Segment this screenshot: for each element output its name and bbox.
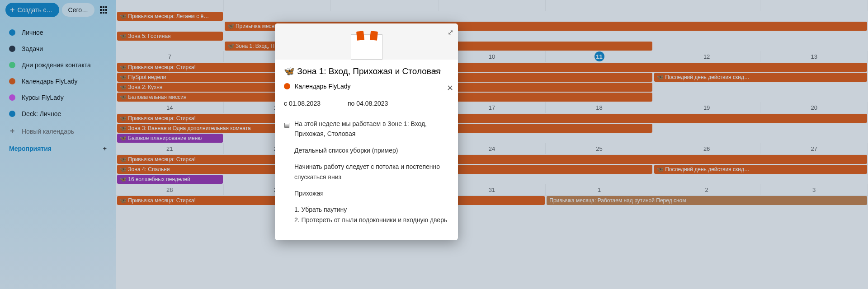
calendar-event[interactable]: 🦋 Привычка месяца: Стирка!: [117, 63, 867, 72]
day-cell[interactable]: 14: [116, 102, 224, 113]
calendar-event[interactable]: 🦋 Последний день действия скид…: [654, 165, 867, 174]
calendar-list-item[interactable]: Личное: [5, 24, 110, 41]
day-cell[interactable]: 26: [653, 143, 761, 154]
new-event-button[interactable]: + Создать с…: [5, 3, 59, 17]
day-cell[interactable]: [116, 0, 224, 11]
view-grid-button[interactable]: [97, 4, 110, 16]
description-icon: ▤: [284, 120, 290, 231]
day-cell[interactable]: 18: [546, 102, 653, 113]
calendar-color-dot: [9, 78, 15, 84]
calendar-list: ЛичноеЗадачиДни рождения контактаКаленда…: [5, 24, 110, 140]
calendar-event[interactable]: 🦋 Последний день действия скид…: [654, 73, 867, 82]
calendar-event[interactable]: 🦋 Привычка месяца: Стирка!: [117, 114, 867, 123]
day-cell[interactable]: 1: [546, 184, 653, 195]
sidebar: + Создать с… Сего… ЛичноеЗадачиДни рожде…: [0, 0, 116, 289]
day-cell[interactable]: 3: [760, 184, 868, 195]
calendar-event[interactable]: 🦋 Привычка месяца: Стирка!: [117, 155, 867, 164]
add-event-source-icon[interactable]: +: [103, 145, 107, 152]
day-cell[interactable]: 7: [116, 51, 224, 62]
calendar-event[interactable]: 🦋 Базовое планирование меню: [117, 134, 223, 143]
day-cell[interactable]: [546, 0, 653, 11]
day-cell[interactable]: 20: [760, 102, 868, 113]
more-menu-icon[interactable]: •••: [431, 67, 442, 75]
calendar-list-item[interactable]: Календарь FlyLady: [5, 73, 110, 89]
day-cell[interactable]: 27: [760, 143, 868, 154]
day-cell[interactable]: [760, 0, 868, 11]
calendar-color-dot: [9, 29, 15, 36]
calendar-color-dot: [284, 83, 290, 89]
expand-icon[interactable]: ⤢: [448, 28, 453, 37]
day-cell[interactable]: 19: [653, 102, 761, 113]
calendar-color-dot: [9, 62, 15, 68]
event-illustration: [275, 23, 458, 60]
event-popup: ⤢ ••• ✕ 🦋 Зона 1: Вход, Прихожая и Столо…: [275, 23, 458, 240]
calendar-grid: 🦋 Привычка месяца: Летаем с ё…🦋 Привычка…: [116, 0, 868, 289]
calendar-list-item[interactable]: Deck: Личное: [5, 106, 110, 122]
day-cell[interactable]: 21: [116, 143, 224, 154]
day-cell[interactable]: 13: [760, 51, 868, 62]
grid-icon: [100, 6, 107, 14]
calendar-event[interactable]: 🦋 Привычка месяца: Летаем с ё…: [117, 12, 223, 21]
calendar-event[interactable]: 🦋 Зона 5: Гостиная: [117, 32, 223, 41]
day-cell[interactable]: 2: [653, 184, 761, 195]
new-calendar-button[interactable]: +Новый календарь: [5, 122, 110, 140]
day-cell[interactable]: [439, 0, 546, 11]
calendar-color-dot: [9, 111, 15, 117]
plus-icon: +: [9, 126, 15, 136]
calendar-event[interactable]: 🦋 16 волшебных пенделей: [117, 175, 223, 184]
event-calendar-row: Календарь FlyLady: [284, 83, 449, 90]
calendar-list-item[interactable]: Задачи: [5, 41, 110, 57]
day-cell[interactable]: [331, 0, 439, 11]
day-cell[interactable]: 25: [546, 143, 653, 154]
calendar-color-dot: [9, 94, 15, 101]
calendar-event[interactable]: Привычка месяца: Работаем над рутиной Пе…: [547, 196, 867, 205]
calendar-list-item[interactable]: Дни рождения контакта: [5, 57, 110, 73]
calendar-list-item[interactable]: Курсы FlyLady: [5, 89, 110, 106]
event-calendar-name: Календарь FlyLady: [295, 83, 351, 90]
day-cell[interactable]: 11: [546, 51, 653, 62]
events-section-header[interactable]: Мероприятия +: [5, 140, 110, 157]
day-cell[interactable]: [653, 0, 761, 11]
event-description: ▤ На этой неделе мы работаем в Зоне 1: В…: [284, 119, 449, 231]
today-button[interactable]: Сего…: [62, 3, 94, 17]
event-title: 🦋 Зона 1: Вход, Прихожая и Столовая: [284, 66, 449, 76]
plus-icon: +: [10, 6, 15, 14]
calendar-color-dot: [9, 46, 15, 52]
event-date-range: с 01.08.2023 по 04.08.2023: [284, 100, 449, 107]
day-cell[interactable]: [224, 0, 331, 11]
day-cell[interactable]: 28: [116, 184, 224, 195]
day-cell[interactable]: 12: [653, 51, 761, 62]
close-icon[interactable]: ✕: [447, 83, 453, 93]
